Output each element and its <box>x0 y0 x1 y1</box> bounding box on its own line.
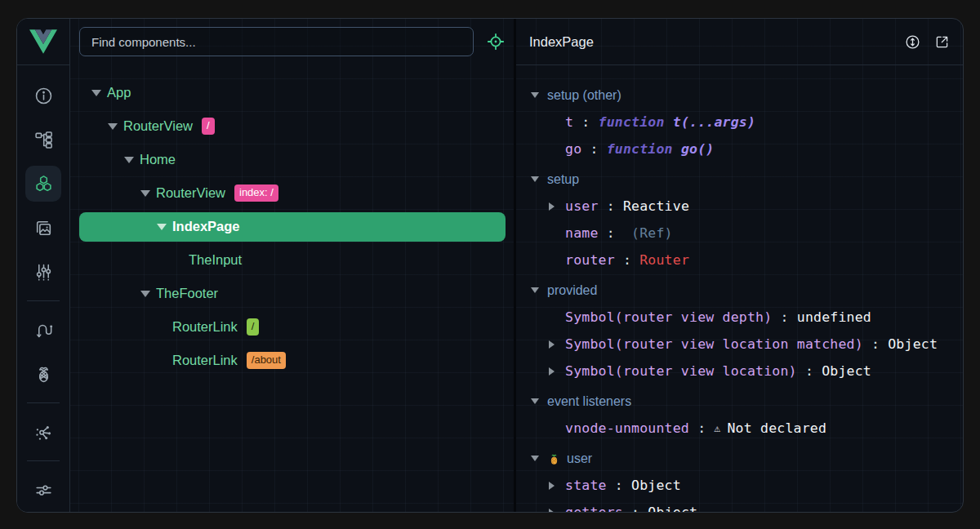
sidebar-tab-router[interactable] <box>25 312 61 348</box>
sidebar-divider <box>27 460 60 461</box>
tree-item-routerview[interactable]: RouterView/ <box>70 109 514 143</box>
state-value: Not declared <box>727 420 826 436</box>
sidebar-tab-graph[interactable] <box>25 414 61 450</box>
sidebar <box>17 19 70 512</box>
state-section-provided[interactable]: provided <box>516 277 963 304</box>
pineapple-icon <box>547 451 561 465</box>
expand-toggle-spacer <box>157 324 167 331</box>
component-tree: AppRouterView/HomeRouterViewindex: /Inde… <box>70 64 514 377</box>
tree-item-app[interactable]: App <box>70 76 514 109</box>
tree-item-routerlink[interactable]: RouterLink/ <box>70 310 514 344</box>
state-key: Symbol(router view location matched) <box>565 336 863 352</box>
expand-arrow-icon[interactable] <box>546 340 557 349</box>
key-value-separator: : <box>581 141 606 157</box>
expand-arrow-spacer <box>546 118 557 127</box>
state-row-symbol-router-view-location-matched-[interactable]: Symbol(router view location matched) : O… <box>516 331 963 358</box>
component-name: RouterView <box>156 185 225 201</box>
expand-arrow-icon[interactable] <box>546 482 557 490</box>
state-value: Object <box>822 363 871 379</box>
state-key: Symbol(router view location) <box>565 363 797 379</box>
state-value: (Ref) <box>623 225 673 241</box>
sidebar-tab-pinia[interactable] <box>25 356 61 392</box>
state-value: function <box>607 141 681 157</box>
state-value: Object <box>888 336 938 352</box>
key-value-separator: : <box>863 336 888 352</box>
sidebar-tab-components[interactable] <box>25 166 61 202</box>
expand-arrow-icon[interactable] <box>546 509 557 513</box>
component-tree-icon <box>33 130 54 150</box>
pinia-icon <box>33 364 54 385</box>
state-value: undefined <box>797 309 871 325</box>
sidebar-tab-component-tree[interactable] <box>25 122 61 158</box>
state-row-getters[interactable]: getters : Object <box>516 499 963 512</box>
tree-item-home[interactable]: Home <box>70 143 514 176</box>
sidebar-tab-assets[interactable] <box>25 210 61 246</box>
section-toggle-icon[interactable] <box>529 398 540 404</box>
state-key: user <box>565 198 599 214</box>
expand-arrow-icon[interactable] <box>546 202 557 211</box>
sidebar-tab-settings[interactable] <box>25 472 61 508</box>
expand-arrow-icon[interactable] <box>546 367 557 376</box>
sidebar-divider <box>27 402 60 403</box>
key-value-separator: : <box>599 225 623 241</box>
key-value-separator: : <box>623 505 648 512</box>
scroll-to-component-icon <box>904 33 921 51</box>
state-section-setup-other-[interactable]: setup (other) <box>516 82 963 109</box>
state-key: vnode-unmounted <box>565 420 689 436</box>
expand-toggle-icon[interactable] <box>124 157 134 163</box>
section-toggle-icon[interactable] <box>529 287 540 293</box>
component-name: App <box>107 85 131 100</box>
tree-item-routerlink[interactable]: RouterLink/about <box>70 344 514 377</box>
component-name: RouterView <box>123 118 193 134</box>
component-name: IndexPage <box>172 219 240 234</box>
expand-toggle-icon[interactable] <box>91 90 101 96</box>
section-toggle-icon[interactable] <box>529 456 540 461</box>
scroll-to-component-button[interactable] <box>902 32 922 51</box>
state-row-user[interactable]: user : Reactive <box>516 193 963 220</box>
timeline-icon <box>33 262 54 282</box>
component-name: TheInput <box>189 252 242 268</box>
tree-item-indexpage[interactable]: IndexPage <box>70 210 514 243</box>
tree-item-thefooter[interactable]: TheFooter <box>70 277 514 310</box>
key-value-separator: : <box>599 198 623 214</box>
state-row-symbol-router-view-location-[interactable]: Symbol(router view location) : Object <box>516 358 963 385</box>
state-value: Router <box>639 252 689 268</box>
state-section-user[interactable]: user <box>516 445 963 472</box>
assets-icon <box>33 218 54 238</box>
state-row-vnode-unmounted: vnode-unmounted : ⚠ Not declared <box>516 415 963 442</box>
state-section-setup[interactable]: setup <box>516 166 963 193</box>
inspector-panel: IndexPage setup (other)t : function t(..… <box>516 19 963 512</box>
expand-arrow-spacer <box>546 256 557 264</box>
tree-item-theinput[interactable]: TheInput <box>70 243 514 277</box>
inspector-title: IndexPage <box>529 34 902 50</box>
open-in-editor-icon <box>933 33 951 51</box>
route-badge: / <box>247 318 260 335</box>
sidebar-tab-timeline[interactable] <box>25 254 61 290</box>
search-input[interactable] <box>79 27 474 56</box>
section-toggle-icon[interactable] <box>529 92 540 98</box>
state-key: router <box>565 252 615 268</box>
expand-toggle-icon[interactable] <box>108 123 118 130</box>
key-value-separator: : <box>797 363 822 379</box>
warning-icon: ⚠ <box>714 422 727 434</box>
sidebar-tab-info[interactable] <box>25 78 61 113</box>
state-value: go() <box>681 141 715 157</box>
key-value-separator: : <box>772 309 796 325</box>
state-row-state[interactable]: state : Object <box>516 472 963 499</box>
inspect-component-button[interactable] <box>484 30 507 53</box>
state-value: Reactive <box>623 198 689 214</box>
expand-toggle-icon[interactable] <box>140 190 150 197</box>
state-key: Symbol(router view depth) <box>565 309 772 325</box>
expand-arrow-spacer <box>546 313 557 322</box>
open-in-editor-button[interactable] <box>932 32 951 51</box>
state-key: getters <box>565 505 623 512</box>
route-badge: index: / <box>234 184 278 201</box>
expand-toggle-icon[interactable] <box>157 224 167 230</box>
tree-item-routerview[interactable]: RouterViewindex: / <box>70 176 514 210</box>
state-key: go <box>565 141 581 157</box>
expand-toggle-icon[interactable] <box>140 291 150 297</box>
expand-toggle-spacer <box>173 257 183 264</box>
section-toggle-icon[interactable] <box>529 176 540 182</box>
state-section-event-listeners[interactable]: event listeners <box>516 388 963 415</box>
expand-arrow-spacer <box>546 145 557 153</box>
